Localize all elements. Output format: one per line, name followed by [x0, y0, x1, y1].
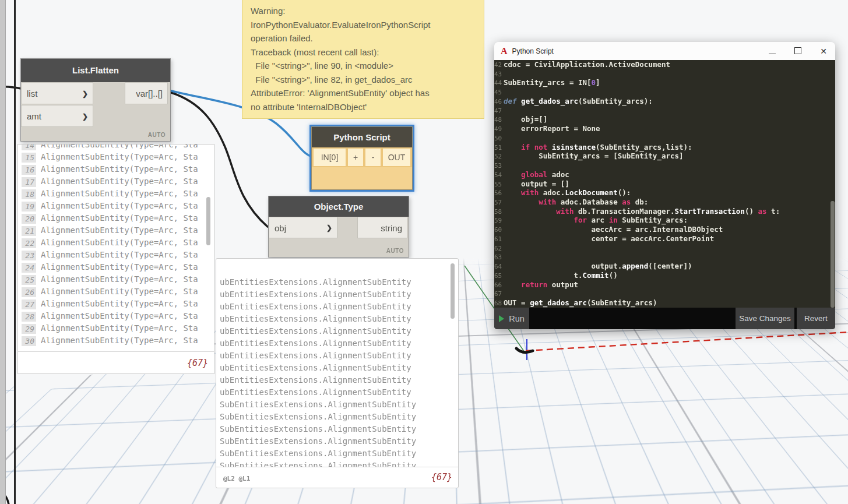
row-value: AlignmentSubEntity(Type=Arc, Sta [41, 274, 198, 284]
preview-footer: {67} [18, 351, 214, 373]
left-preview-panel[interactable]: 14AlignmentSubEntity(Type=Arc, Sta15Alig… [17, 144, 214, 374]
code-editor[interactable]: 42cdoc = CivilApplication.ActiveDocument… [494, 60, 835, 308]
line-number: 66 [494, 281, 504, 290]
preview-row: 26AlignmentSubEntity(Type=Arc, Sta [18, 286, 214, 298]
preview-row: ubEntitiesExtensions.AlignmentSubEntity [216, 374, 458, 386]
lacing-label[interactable]: AUTO [148, 132, 166, 138]
preview-row: 17AlignmentSubEntity(Type=Arc, Sta [18, 175, 214, 188]
minimize-button[interactable] [769, 46, 776, 57]
center-preview-panel[interactable]: ubEntitiesExtensions.AlignmentSubEntityu… [216, 258, 459, 488]
preview-row: SubEntitiesExtensions.AlignmentSubEntity [216, 411, 458, 423]
preview-row: 14AlignmentSubEntity(Type=Arc, Sta [18, 144, 214, 151]
list-levels-label: @L2 @L1 [223, 475, 250, 482]
input-port-list[interactable]: list ❯ [21, 82, 93, 104]
input-port-obj[interactable]: obj ❯ [269, 217, 337, 238]
preview-row: SubEntitiesExtensions.AlignmentSubEntity [216, 460, 458, 467]
code-line: 64 output.append([center]) [494, 262, 835, 271]
code-line: 42cdoc = CivilApplication.ActiveDocument [494, 60, 835, 69]
node-title-python-script[interactable]: Python Script [312, 127, 412, 147]
scrollbar[interactable] [451, 263, 455, 319]
node-python-script[interactable]: Python Script IN[0] + - OUT [309, 125, 414, 192]
code-line: 50 [494, 133, 835, 143]
editor-scrollbar[interactable] [831, 201, 835, 308]
maximize-button[interactable] [794, 46, 801, 57]
line-number: 48 [494, 115, 504, 125]
node-list-flatten[interactable]: List.Flatten list ❯ amt ❯ var[]..[] AUTO [20, 58, 171, 142]
output-port-var[interactable]: var[]..[] [125, 82, 168, 104]
line-number: 63 [494, 253, 504, 262]
preview-row: SubEntitiesExtensions.AlignmentSubEntity [216, 423, 458, 435]
count-badge: {67} [431, 472, 452, 482]
code-line: 46def get_dados_arc(SubEntity_arcs): [494, 97, 835, 106]
line-number: 57 [494, 198, 504, 207]
row-index: 20 [22, 214, 36, 224]
preview-row: 28AlignmentSubEntity(Type=Arc, Sta [18, 310, 214, 322]
preview-row: ubEntitiesExtensions.AlignmentSubEntity [216, 386, 458, 399]
input-port-amt[interactable]: amt ❯ [21, 105, 93, 127]
line-number: 65 [494, 272, 504, 281]
row-value: AlignmentSubEntity(Type=Arc, Sta [41, 299, 198, 308]
row-index: 14 [22, 144, 36, 150]
python-script-editor-window[interactable]: A Python Script ✕ 42cdoc = CivilApplicat… [494, 42, 835, 329]
line-number: 68 [494, 299, 504, 308]
node-title-list-flatten[interactable]: List.Flatten [21, 59, 170, 82]
input-port-in0[interactable]: IN[0] [314, 149, 346, 166]
preview-row: 15AlignmentSubEntity(Type=Arc, Sta [18, 151, 214, 163]
row-value: AlignmentSubEntity(Type=Arc, Sta [41, 323, 198, 333]
line-number: 43 [494, 70, 504, 79]
line-number: 59 [494, 216, 504, 225]
row-value: AlignmentSubEntity(Type=Arc, Sta [41, 238, 198, 247]
row-value: AlignmentSubEntity(Type=Arc, Sta [41, 152, 198, 161]
code-line: 68OUT = get_dados_arc(SubEntity_arcs) [494, 298, 835, 308]
line-number: 52 [494, 152, 504, 161]
preview-row: 30AlignmentSubEntity(Type=Arc, Sta [18, 334, 214, 347]
preview-row: SubEntitiesExtensions.AlignmentSubEntity [216, 447, 458, 460]
output-port-string[interactable]: string [357, 217, 407, 238]
preview-row: 27AlignmentSubEntity(Type=Arc, Sta [18, 298, 214, 310]
code-line: 65 t.Commit() [494, 271, 835, 280]
line-number: 50 [494, 134, 504, 143]
save-changes-button[interactable]: Save Changes [736, 308, 794, 329]
code-line: 62 [494, 244, 835, 253]
preview-row: 23AlignmentSubEntity(Type=Arc, Sta [18, 249, 214, 261]
code-line: 61 center = aeccArc.CenterPoint [494, 234, 835, 244]
node-object-type[interactable]: Object.Type obj ❯ string AUTO [268, 196, 409, 258]
run-button[interactable]: Run [494, 308, 529, 329]
row-value: AlignmentSubEntity(Type=Arc, Sta [41, 311, 198, 320]
preview-row: 22AlignmentSubEntity(Type=Arc, Sta [18, 237, 214, 249]
dynamo-workspace: List.Flatten list ❯ amt ❯ var[]..[] AUTO… [0, 0, 848, 504]
code-line: 57 with adoc.Database as db: [494, 198, 835, 207]
run-label: Run [509, 314, 525, 323]
preview-row: 18AlignmentSubEntity(Type=Arc, Sta [18, 188, 214, 200]
row-index: 23 [22, 251, 36, 260]
scrollbar[interactable] [206, 197, 210, 245]
window-titlebar[interactable]: A Python Script ✕ [494, 42, 835, 60]
preview-row: ubEntitiesExtensions.AlignmentSubEntity [216, 337, 458, 350]
row-value: AlignmentSubEntity(Type=Arc, Sta [41, 262, 198, 272]
autocad-logo-icon: A [501, 46, 508, 57]
preview-rows: 14AlignmentSubEntity(Type=Arc, Sta15Alig… [18, 144, 214, 351]
line-number: 60 [494, 225, 504, 235]
remove-input-button[interactable]: - [365, 149, 381, 166]
row-index: 30 [22, 336, 36, 346]
row-value: AlignmentSubEntity(Type=Arc, Sta [41, 213, 198, 223]
line-number: 47 [494, 107, 504, 116]
row-value: AlignmentSubEntity(Type=Arc, Sta [41, 225, 198, 235]
node-title-object-type[interactable]: Object.Type [269, 196, 409, 217]
line-number: 56 [494, 189, 504, 198]
output-port-out[interactable]: OUT [383, 149, 410, 166]
window-title: Python Script [512, 47, 554, 55]
revert-button[interactable]: Revert [797, 308, 835, 329]
line-number: 67 [494, 290, 504, 299]
code-line: 53 [494, 161, 835, 170]
lacing-label[interactable]: AUTO [386, 248, 404, 254]
close-button[interactable]: ✕ [820, 47, 827, 55]
row-index: 22 [22, 238, 36, 248]
code-line: 54 global adoc [494, 170, 835, 179]
row-index: 16 [22, 165, 36, 175]
preview-row: 16AlignmentSubEntity(Type=Arc, Sta [18, 163, 214, 175]
line-number: 49 [494, 125, 504, 134]
line-number: 62 [494, 244, 504, 253]
add-input-button[interactable]: + [348, 149, 363, 166]
port-label: list [22, 89, 37, 98]
